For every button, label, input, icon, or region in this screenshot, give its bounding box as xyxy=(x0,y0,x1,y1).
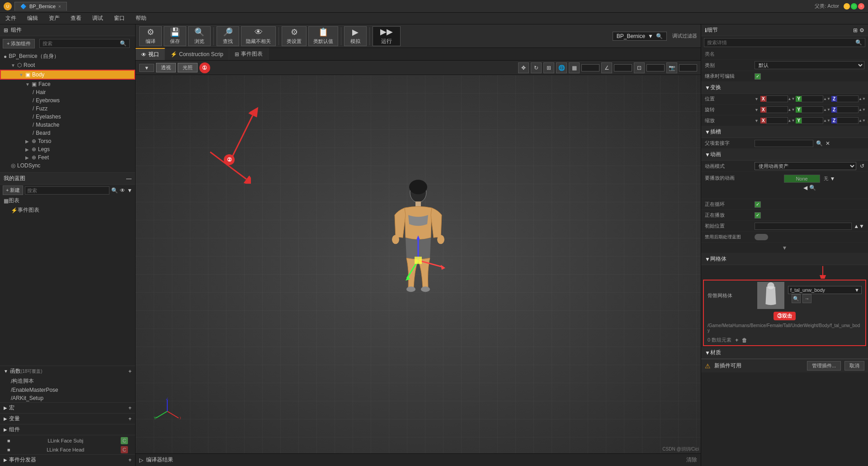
view-dropdown-button[interactable]: ▼ xyxy=(139,64,154,72)
pos-z-field[interactable]: 0.0 xyxy=(837,95,859,102)
compile-button[interactable]: ⚙ 编译 xyxy=(139,26,162,46)
tree-item-face[interactable]: ▼ ▣ Face xyxy=(0,80,135,88)
tree-item-mustache[interactable]: / Mustache xyxy=(0,121,135,129)
mesh-arrow-btn[interactable]: → xyxy=(802,294,811,303)
add-element-icon[interactable]: + xyxy=(735,337,738,343)
animation-section[interactable]: ▼ 动画 xyxy=(701,149,868,161)
component-search-input[interactable] xyxy=(42,41,120,46)
tab-viewport[interactable]: 👁 视口 xyxy=(136,48,165,60)
tree-item-lodsync[interactable]: ◎ LODSync xyxy=(0,162,135,170)
tree-item-beard[interactable]: / Beard xyxy=(0,129,135,137)
move-icon-btn[interactable]: ✥ xyxy=(518,62,529,73)
viewport[interactable]: X Y Z xyxy=(136,75,701,453)
add-function-icon[interactable]: + xyxy=(128,368,132,375)
macros-header[interactable]: ▶ 宏 + xyxy=(0,402,135,413)
materials-section[interactable]: ▼ 材质 xyxy=(701,347,868,359)
run-button[interactable]: ▶▶ 运行 xyxy=(373,26,401,46)
variables-header[interactable]: ▶ 变量 + xyxy=(0,413,135,424)
grid-view-icon[interactable]: ⊞ xyxy=(853,27,858,33)
socket-search-icon[interactable]: 🔍 xyxy=(816,140,823,147)
menu-window[interactable]: 窗口 xyxy=(112,14,127,23)
tree-item-fuzz[interactable]: / Fuzz xyxy=(0,105,135,113)
level-input[interactable]: 4 xyxy=(679,64,697,71)
minimize-button[interactable]: − xyxy=(844,3,850,10)
inherit-checkbox[interactable]: ✓ xyxy=(755,73,761,80)
scale-icon-btn2[interactable]: ⊡ xyxy=(634,62,645,73)
details-settings-icon[interactable]: ⚙ xyxy=(859,27,864,33)
transform-section[interactable]: ▼ 变换 xyxy=(701,82,868,94)
scale-x-field[interactable]: 1.0 xyxy=(766,117,788,124)
menu-edit[interactable]: 编辑 xyxy=(25,14,40,23)
menu-assets[interactable]: 资产 xyxy=(47,14,61,23)
mesh-name-dropdown[interactable]: f_tal_unw_body ▼ xyxy=(788,286,862,294)
event-dispatcher-header[interactable]: ▶ 事件分发器 + xyxy=(0,454,135,465)
add-component-button[interactable]: + 添加组件 xyxy=(3,39,35,48)
mesh-section-header[interactable]: ▼ 网格体 xyxy=(701,253,868,265)
grid-icon-btn[interactable]: ▦ xyxy=(569,62,580,73)
tree-item-eyebrows[interactable]: / Eyebrows xyxy=(0,96,135,105)
bp-search-input[interactable] xyxy=(27,188,107,193)
bp-func-enablemaster[interactable]: / EnableMasterPose xyxy=(0,386,135,394)
rot-z-field[interactable]: 0.0° xyxy=(837,106,859,113)
maximize-button[interactable]: □ xyxy=(851,3,857,10)
save-button[interactable]: 💾 保存 xyxy=(164,26,186,46)
close-button[interactable]: × xyxy=(858,3,864,10)
add-variable-icon[interactable]: + xyxy=(128,416,132,422)
scale-input[interactable]: 0.25 xyxy=(646,64,665,71)
add-event-icon[interactable]: + xyxy=(128,457,132,463)
slot-section[interactable]: ▼ 插槽 xyxy=(701,126,868,138)
world-icon-btn[interactable]: 🌐 xyxy=(556,62,567,73)
menu-file[interactable]: 文件 xyxy=(4,14,18,23)
class-settings-button[interactable]: ⚙ 类设置 xyxy=(282,26,307,46)
menu-debug[interactable]: 调试 xyxy=(90,14,105,23)
tree-item-eyelashes[interactable]: / Eyelashes xyxy=(0,113,135,121)
tree-item-self[interactable]: ● BP_Bernice（自身） xyxy=(0,52,135,61)
clear-label[interactable]: 清除 xyxy=(686,456,697,464)
rotate-icon-btn[interactable]: ↻ xyxy=(531,62,542,73)
expand-anim-icon[interactable]: ▼ xyxy=(782,245,788,251)
tree-item-hair[interactable]: / Hair xyxy=(0,88,135,96)
tree-item-torso[interactable]: ▶ ⊕ Torso xyxy=(0,137,135,145)
title-tab-close[interactable]: × xyxy=(58,4,61,9)
del-element-icon[interactable]: 🗑 xyxy=(742,337,747,343)
menu-view[interactable]: 查看 xyxy=(69,14,83,23)
mesh-search-btn[interactable]: 🔍 xyxy=(792,294,801,303)
title-tab[interactable]: 🔷 BP_Bernice × xyxy=(14,2,67,11)
scale-z-field[interactable]: 1.0 xyxy=(837,117,859,124)
simulate-button[interactable]: ▶ 模拟 xyxy=(344,26,367,46)
menu-help[interactable]: 帮助 xyxy=(134,14,148,23)
class-defaults-button[interactable]: 📋 类默认值 xyxy=(308,26,338,46)
tab-event-graph[interactable]: ⊞ 事件图表 xyxy=(229,48,269,60)
functions-header[interactable]: ▼ 函数 (18可覆盖) + xyxy=(0,366,135,376)
hide-button[interactable]: 👁 隐藏不相关 xyxy=(241,26,276,46)
playing-checkbox[interactable]: ✓ xyxy=(755,212,761,219)
browse-button[interactable]: 🔍 浏览 xyxy=(188,26,211,46)
tree-item-root[interactable]: ▼ ⬡ Root xyxy=(0,61,135,69)
anim-reset-icon[interactable]: ↺ xyxy=(860,163,864,169)
tree-item-legs[interactable]: ▶ ⊕ Legs xyxy=(0,145,135,153)
socket-clear-icon[interactable]: ✕ xyxy=(826,140,830,147)
lit-button[interactable]: 光照 xyxy=(178,63,198,72)
rot-x-field[interactable]: 0.0° xyxy=(766,106,788,113)
add-macro-icon[interactable]: + xyxy=(128,405,132,411)
anim-mode-dropdown[interactable]: 使用动画资产 xyxy=(755,162,856,170)
anim-search-icon[interactable]: 🔍 xyxy=(809,185,816,191)
manage-plugins-button[interactable]: 管理插件... xyxy=(807,361,841,371)
find-button[interactable]: 🔎 查找 xyxy=(217,26,239,46)
disable-pp-toggle[interactable] xyxy=(755,234,768,240)
new-blueprint-button[interactable]: + 新建 xyxy=(3,185,23,195)
bp-func-construct[interactable]: / 构造脚本 xyxy=(0,376,135,386)
scale-icon-btn[interactable]: ⊞ xyxy=(543,62,554,73)
llink-face-head[interactable]: ■ LLink Face Head C xyxy=(0,445,135,454)
pos-y-field[interactable]: 0.0 xyxy=(802,95,823,102)
cancel-notification-button[interactable]: 取消 xyxy=(844,361,864,371)
grid-size-input[interactable]: 10 xyxy=(581,64,599,71)
tree-item-body[interactable]: ▼ ▣ Body xyxy=(1,71,134,79)
perspective-button[interactable]: 透视 xyxy=(156,63,176,72)
class-dropdown[interactable]: 默认 xyxy=(755,61,864,69)
pos-x-field[interactable]: 0.0 xyxy=(766,95,788,102)
bp-item-event-graph[interactable]: ⚡ 事件图表 xyxy=(0,205,135,215)
search-icon-toolbar[interactable]: 🔍 xyxy=(656,33,663,39)
details-search-input[interactable] xyxy=(707,40,854,45)
camera-icon-btn[interactable]: 📷 xyxy=(666,62,677,73)
